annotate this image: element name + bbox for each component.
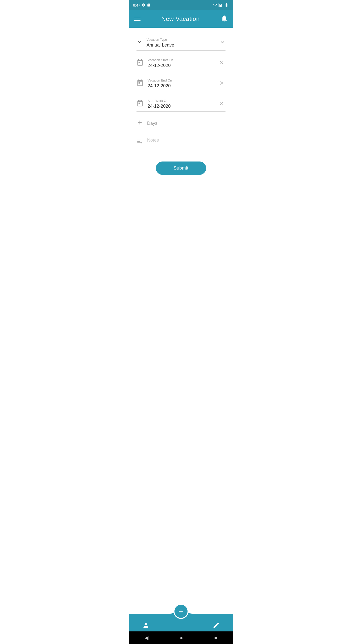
bottom-nav — [129, 606, 233, 631]
recent-button[interactable]: ■ — [214, 635, 217, 641]
add-fab-button[interactable] — [173, 604, 189, 619]
chevron-left-icon — [137, 39, 143, 47]
start-work-label: Start Work On — [148, 99, 218, 103]
bell-icon — [220, 15, 228, 22]
vacation-type-label: Vacation Type — [147, 38, 219, 42]
fab-wrapper — [173, 604, 189, 619]
menu-line-2 — [134, 19, 141, 19]
status-time: 8:47 — [133, 3, 140, 7]
start-work-value: 24-12-2020 — [148, 104, 218, 109]
status-bar-right — [212, 3, 229, 7]
sd-card-icon — [147, 3, 150, 7]
start-work-field[interactable]: Start Work On 24-12-2020 — [137, 94, 225, 112]
notes-placeholder: Notes — [147, 138, 159, 143]
status-bar-left: 8:47 — [133, 3, 150, 7]
pencil-icon — [213, 622, 220, 629]
clear-work-button[interactable] — [218, 100, 225, 108]
submit-container: Submit — [137, 162, 225, 175]
vacation-end-value: 24-12-2020 — [148, 83, 218, 89]
clear-end-button[interactable] — [218, 79, 225, 88]
vacation-start-value: 24-12-2020 — [148, 63, 218, 68]
page-title: New Vacation — [161, 15, 200, 22]
vacation-start-field[interactable]: Vacation Start On 24-12-2020 — [137, 53, 225, 71]
vacation-end-content: Vacation End On 24-12-2020 — [148, 78, 218, 89]
menu-button[interactable] — [134, 17, 141, 21]
vacation-start-label: Vacation Start On — [148, 58, 218, 62]
settings-icon — [142, 3, 146, 7]
notes-icon — [137, 138, 143, 146]
signal-icon — [218, 3, 222, 7]
vacation-start-content: Vacation Start On 24-12-2020 — [148, 58, 218, 68]
person-icon — [142, 622, 149, 629]
home-button[interactable]: ● — [180, 635, 183, 641]
vacation-end-label: Vacation End On — [148, 78, 218, 82]
days-field[interactable]: Days — [137, 114, 225, 130]
android-nav: ◀ ● ■ — [129, 631, 233, 644]
vacation-type-value: Annual Leave — [147, 43, 219, 48]
battery-icon — [224, 3, 229, 7]
notification-button[interactable] — [220, 15, 228, 23]
menu-line-3 — [134, 20, 141, 21]
back-button[interactable]: ◀ — [145, 635, 148, 641]
profile-nav-button[interactable] — [137, 622, 154, 629]
add-icon — [177, 608, 185, 615]
top-bar: New Vacation — [129, 10, 233, 28]
days-placeholder: Days — [147, 121, 157, 126]
vacation-type-field[interactable]: Vacation Type Annual Leave — [137, 33, 225, 51]
vacation-type-content: Vacation Type Annual Leave — [147, 38, 219, 48]
calendar-work-icon — [137, 100, 144, 108]
notes-field[interactable]: Notes — [137, 133, 225, 154]
main-content: Vacation Type Annual Leave Vacation Star… — [129, 28, 233, 606]
vacation-end-field[interactable]: Vacation End On 24-12-2020 — [137, 73, 225, 91]
calendar-end-icon — [137, 79, 144, 88]
calendar-start-icon — [137, 59, 144, 67]
clear-start-button[interactable] — [218, 59, 225, 68]
start-work-content: Start Work On 24-12-2020 — [148, 99, 218, 109]
wifi-icon — [212, 3, 217, 7]
menu-line-1 — [134, 17, 141, 17]
submit-button[interactable]: Submit — [156, 162, 206, 175]
nav-items-row — [129, 622, 233, 629]
dropdown-icon[interactable] — [219, 39, 225, 47]
status-icons — [142, 3, 150, 7]
status-bar: 8:47 — [129, 0, 233, 10]
edit-nav-button[interactable] — [208, 622, 225, 629]
plus-days-icon — [137, 119, 143, 127]
